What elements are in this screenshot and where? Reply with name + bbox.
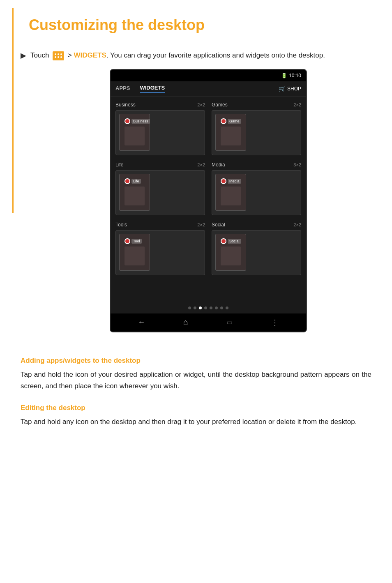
widget-games-name: Games — [212, 102, 228, 108]
widget-media: Media 3×2 Media — [212, 162, 301, 215]
widget-tools-thumb[interactable]: Tool — [115, 230, 205, 275]
widget-life: Life 2×2 Life — [115, 162, 205, 215]
grid-menu-icon[interactable] — [53, 51, 64, 60]
widget-life-name: Life — [115, 162, 123, 168]
widget-business-label-row: Business 2×2 — [115, 102, 205, 108]
time-display: 10:10 — [289, 73, 301, 78]
widget-life-label-row: Life 2×2 — [115, 162, 205, 168]
widget-business: Business 2×2 Business — [115, 102, 205, 155]
device-content: Business 2×2 Business — [111, 97, 306, 302]
widget-media-text: Media — [228, 179, 241, 184]
widget-games-label-row: Games 2×2 — [212, 102, 301, 108]
nav-home-button[interactable]: ⌂ — [183, 318, 188, 327]
widget-life-icon — [125, 178, 130, 184]
widget-social-size: 2×2 — [293, 222, 301, 227]
widget-life-inner: Life — [119, 174, 150, 211]
section-adding-apps: Adding apps/widgets to the desktop Tap a… — [21, 357, 371, 393]
grid-dots — [55, 53, 62, 58]
dot-indicator-3 — [199, 306, 202, 309]
widget-tools: Tools 2×2 Tool — [115, 222, 205, 275]
dot-2 — [58, 53, 59, 55]
dot-indicator-6 — [215, 306, 218, 309]
widget-games-icon — [221, 118, 226, 124]
widget-tools-label: Tool — [125, 238, 142, 244]
dot-indicator-5 — [210, 306, 212, 309]
widget-media-label-row: Media 3×2 — [212, 162, 301, 168]
widget-tools-name: Tools — [115, 222, 127, 228]
widget-media-name: Media — [212, 162, 225, 168]
tab-widgets[interactable]: WIDGETS — [140, 85, 165, 93]
instruction-prefix: Touch — [30, 51, 49, 59]
widget-social-thumb[interactable]: Social — [212, 230, 301, 275]
widget-social-label: Social — [221, 238, 241, 244]
widget-games-inner: Game — [215, 114, 246, 151]
instruction-text: Touch > WIDGETS. You can drag your favor… — [30, 50, 325, 61]
widget-life-text: Life — [131, 179, 141, 184]
widget-business-name: Business — [115, 102, 136, 108]
instruction-row: ▶ Touch > WIDGETS. You can drag your fav… — [21, 50, 371, 61]
widget-business-inner: Business — [119, 114, 150, 151]
widget-social-inner: Social — [215, 234, 246, 271]
widget-games: Games 2×2 Game — [212, 102, 301, 155]
instruction-suffix: . You can drag your favorite application… — [106, 51, 325, 59]
widget-life-thumb[interactable]: Life — [115, 170, 205, 215]
widget-social: Social 2×2 Social — [212, 222, 301, 275]
tab-apps[interactable]: APPS — [115, 85, 130, 93]
dot-indicator-2 — [194, 306, 196, 309]
dot-3 — [60, 53, 62, 55]
widget-media-body — [221, 187, 241, 205]
page-title: Customizing the desktop — [29, 12, 371, 34]
section-adding-apps-heading: Adding apps/widgets to the desktop — [21, 357, 371, 365]
dot-indicator-8 — [226, 306, 228, 309]
widget-media-label: Media — [221, 178, 241, 184]
widget-media-thumb[interactable]: Media — [212, 170, 301, 215]
nav-more-button[interactable]: ⋮ — [271, 318, 279, 327]
instruction-separator: > — [68, 51, 74, 59]
battery-icon: 🔋 — [281, 73, 287, 78]
device-mockup: 🔋 10:10 APPS WIDGETS 🛒 SHOP Busin — [110, 69, 307, 332]
dot-1 — [55, 53, 56, 55]
section-editing-desktop-body: Tap and hold any icon on the desktop and… — [21, 416, 371, 428]
nav-recent-button[interactable]: ▭ — [226, 318, 233, 326]
widget-business-text: Business — [131, 119, 150, 124]
widget-tools-icon — [125, 238, 130, 244]
widget-games-label: Game — [221, 118, 241, 124]
section-editing-desktop-heading: Editing the desktop — [21, 404, 371, 412]
shop-icon: 🛒 — [279, 85, 286, 92]
widget-media-inner: Media — [215, 174, 246, 211]
shop-label: SHOP — [287, 86, 301, 92]
nav-back-button[interactable]: ← — [138, 318, 145, 327]
widget-games-thumb[interactable]: Game — [212, 110, 301, 155]
widget-life-body — [125, 187, 145, 205]
widgets-link[interactable]: WIDGETS — [74, 51, 106, 59]
widget-games-text: Game — [228, 119, 241, 124]
device-tabs: APPS WIDGETS 🛒 SHOP — [111, 81, 306, 97]
widget-business-icon — [125, 118, 130, 124]
device-status-bar: 🔋 10:10 — [111, 70, 306, 81]
widget-life-label: Life — [125, 178, 141, 184]
dot-6 — [60, 56, 62, 58]
page: Customizing the desktop ▶ Touch > WIDGET… — [0, 0, 392, 583]
widget-tools-inner: Tool — [119, 234, 150, 271]
widget-business-size: 2×2 — [197, 102, 205, 107]
widget-grid: Business 2×2 Business — [115, 102, 301, 275]
device-container: 🔋 10:10 APPS WIDGETS 🛒 SHOP Busin — [45, 69, 371, 332]
widget-games-size: 2×2 — [293, 102, 301, 107]
widget-social-body — [221, 247, 241, 265]
dots-indicator — [111, 302, 306, 313]
widget-social-icon — [221, 238, 226, 244]
widget-business-label: Business — [125, 118, 150, 124]
tab-shop[interactable]: 🛒 SHOP — [279, 85, 301, 92]
widget-tools-label-row: Tools 2×2 — [115, 222, 205, 228]
widget-games-body — [221, 127, 241, 145]
widget-tools-body — [125, 247, 145, 265]
dot-4 — [55, 56, 56, 58]
section-editing-desktop: Editing the desktop Tap and hold any ico… — [21, 404, 371, 428]
dot-indicator-4 — [204, 306, 207, 309]
widget-life-size: 2×2 — [197, 162, 205, 167]
widget-social-name: Social — [212, 222, 225, 228]
dot-indicator-7 — [220, 306, 223, 309]
widget-social-text: Social — [228, 239, 241, 244]
dot-indicator-1 — [188, 306, 191, 309]
widget-business-thumb[interactable]: Business — [115, 110, 205, 155]
